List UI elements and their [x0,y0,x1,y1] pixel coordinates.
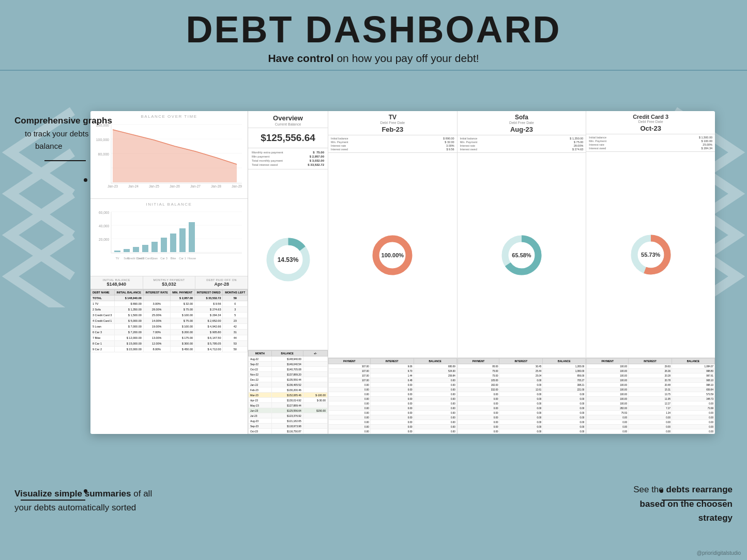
cc3-donut-label: 55.73% [641,252,660,258]
month-row: Dec-22$135,550.44 [249,377,328,382]
svg-text:Jan-26: Jan-26 [170,184,180,188]
month-row: Aug-22$148,940.00 [249,356,328,362]
initial-balance-chart: 60,000 40,000 20,000 [95,208,244,272]
month-row-current: Jun-23$125,556.64$150.00 [249,408,328,413]
debt-table: DEBT NAME INITIAL BALANCE INTEREST RATE … [90,289,248,434]
svg-rect-27 [133,247,139,252]
sofa-details: Initial balance$ 1,350.00 Min. Payment$ … [458,135,586,153]
svg-text:TV: TV [115,257,119,260]
cc3-details: Initial balance$ 1,500.00 Min. Payment$ … [586,134,715,152]
svg-rect-29 [151,242,158,252]
sofa-donut-area: 65.58% [458,153,586,357]
dashboard-inner: BALANCE OVER TIME 150,000 100,000 80,000 [90,111,715,434]
svg-text:Jan-28: Jan-28 [211,184,221,188]
table-row: 4 Credit Card 1 $ 5,000.00 14.00% $ 75.0… [91,318,248,324]
page-title: DEBT DASHBOARD [0,9,747,50]
overview-donut-label: 14.53% [278,256,299,263]
month-row: Oct-23$116,750.87 [249,429,328,434]
cc3-donut: 55.73% [628,231,674,278]
debt-columns: Overview Current Balance $125,556.64 Mon… [248,111,715,434]
svg-text:Loan: Loan [151,257,158,260]
tv-donut-label: 100.00% [382,252,404,258]
overview-details: Monthly extra payment $ 75.00 Min paymen… [248,148,328,169]
svg-rect-32 [179,228,186,252]
svg-text:Car 3: Car 3 [160,257,167,260]
svg-rect-30 [161,238,167,252]
left-panel: BALANCE OVER TIME 150,000 100,000 80,000 [90,111,248,434]
mp-value: $3,032 [146,282,193,287]
sofa-name: Sofa [460,114,584,121]
monthly-payment-stat: MONTHLY PAYMENT $3,032 [143,276,196,289]
ib-value: $148,940 [93,282,140,287]
month-row: Jan-22$136,465.52 [249,382,328,387]
bottom-right-text1: See the [633,485,666,494]
summary-stats-row: INITIAL BALANCE $148,940 MONTHLY PAYMENT… [90,276,248,289]
cc3-column: Credit Card 3 Debt Free Date Oct-23 Init… [586,111,715,434]
header-subtitle: Have control on how you pay off your deb… [0,52,747,65]
sofa-column: Sofa Debt Free Date Aug-23 Initial balan… [458,111,587,434]
month-row: Sep-22$146,040.54 [249,362,328,367]
cc3-header: Credit Card 3 Debt Free Date Oct-23 [586,111,715,134]
dashboard-container: BALANCE OVER TIME 150,000 100,000 80,000 [90,111,715,434]
th-initial-balance: INITIAL BALANCE [114,290,143,295]
sofa-label: Debt Free Date [460,121,584,125]
subtitle-bold: Have control [268,52,333,64]
svg-rect-33 [189,222,195,252]
cc3-payment-table: PAYMENT INTEREST BALANCE 100.0029.631,08… [586,357,715,434]
th-interest-owed: INTEREST OWED [195,290,223,295]
overview-amount: $125,556.64 [248,128,328,148]
month-row-highlight: Mar-23$152,085.46$-100.00 [249,393,328,398]
sofa-header: Sofa Debt Free Date Aug-23 [458,111,586,135]
svg-marker-8 [113,130,237,182]
initial-balance-chart-section: INITIAL BALANCE 60,000 40,000 20,000 [90,199,248,276]
tv-column: TV Debt Free Date Feb-23 Initial balance… [328,111,458,434]
tv-header: TV Debt Free Date Feb-23 [328,111,457,135]
sofa-donut: 65.58% [498,232,545,278]
table-row: 3 Credit Card 3 $ 1,500.00 25.00% $ 100.… [91,313,248,318]
table-total-row: TOTAL $ 148,940.00 $ 2,957.00 $ 33,532.7… [91,295,248,301]
th-min-payment: MIN. PAYMENT [170,290,194,295]
table-row: 7 Bike $ 12,000.00 13.00% $ 175.00 $ 6,1… [91,335,248,341]
month-row: Aug-23$121,182.65 [249,418,328,424]
month-row: Sep-23$118,973.98 [249,424,328,429]
balance-over-time-chart: 150,000 100,000 80,000 Jan-23 Jan-24 [95,120,244,193]
month-row: Oct-22$140,705.08 [249,367,328,372]
bottom-left-line2: your debts automatically sorted [14,501,152,515]
balance-over-time-section: BALANCE OVER TIME 150,000 100,000 80,000 [90,111,248,199]
cc3-name: Credit Card 3 [588,114,713,120]
watermark: @prioridigitalstudio [697,550,741,556]
tv-debt-label: Debt Free Date [330,121,455,125]
cc3-donut-area: 55.73% [586,152,715,357]
svg-text:Jan-23: Jan-23 [108,184,118,188]
month-balance-table: MONTH BALANCE +/- Aug-22$148,940.00 Sep-… [248,350,328,434]
arrow-line-top [44,160,86,161]
cc3-date: Oct-23 [588,125,713,132]
svg-text:Bike: Bike [171,257,176,260]
table-row: 9 Car 2 $ 22,000.00 8.00% $ 450.00 $ 4,7… [91,347,248,352]
overview-donut-area: 14.53% [248,169,328,350]
bottom-right-text2: based on the choosen [640,499,733,509]
overview-row-total: Total monthly payment $ 3,032.00 [252,159,324,162]
dot-marker-top [84,178,87,182]
month-row: May-23$127,889.44 [249,403,328,408]
dp-value: Apr-28 [198,282,245,287]
svg-text:80,000: 80,000 [98,152,110,156]
tv-name: TV [330,114,455,121]
subtitle-rest: on how you pay off your debt! [334,52,479,64]
svg-text:Jan-27: Jan-27 [190,184,201,188]
overview-header: Overview Current Balance [248,111,328,128]
table-row: 2 Sofa $ 1,350.00 28.00% $ 75.00 $ 274.6… [91,307,248,313]
svg-text:20,000: 20,000 [99,238,109,241]
annotation-line3: balance [35,140,112,152]
table-row: 8 Car 1 $ 15,000.00 12.00% $ 300.00 $ 5,… [91,341,248,347]
sofa-payment-table: PAYMENT INTEREST BALANCE 95.0030.451,265… [458,357,586,434]
month-row: Nov-22$137,889.20 [249,372,328,377]
th-interest-rate: INTEREST RATE [143,290,170,295]
tv-date: Feb-23 [330,126,455,133]
month-row: Apr-23$130,014.92$-30.00 [249,398,328,403]
table-row: 5 Loan $ 7,000.00 19.00% $ 100.00 $ 4,94… [91,324,248,330]
bottom-left-bold: Visualize simple summaries [14,489,131,499]
annotation-line2: to track your debts [25,128,112,140]
th-months-left: MONTHS LEFT [223,290,248,295]
svg-text:Car 1: Car 1 [179,257,186,260]
